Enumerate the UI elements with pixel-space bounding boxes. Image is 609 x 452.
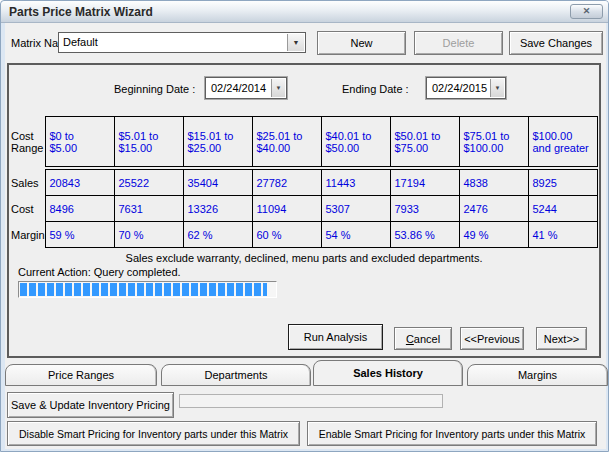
range-header-cell: $25.01 to $40.00 [252, 117, 321, 167]
table-row: Margin 59 % 70 % 62 % 60 % 54 % 53.86 % … [9, 222, 597, 248]
table-row: Cost Range $0 to $5.00 $5.01 to $15.00 $… [9, 117, 597, 167]
margin-cell: 54 % [321, 222, 390, 248]
exclusions-note: Sales exclude warranty, declined, menu p… [9, 252, 599, 264]
sales-history-panel: Beginning Date : 02/24/2014 ▼ Ending Dat… [7, 63, 601, 358]
table-row: Sales 20843 25522 35404 27782 11443 1719… [9, 170, 597, 196]
ending-date-label: Ending Date : [342, 83, 409, 95]
margin-cell: 70 % [114, 222, 183, 248]
ending-date-value: 02/24/2015 [432, 82, 487, 94]
range-header-cell: $75.01 to $100.00 [459, 117, 528, 167]
window-title: Parts Price Matrix Wizard [9, 5, 153, 19]
margin-cell: 60 % [252, 222, 321, 248]
current-action-status: Current Action: Query completed. [18, 266, 181, 278]
row-label-cost-range: Cost Range [9, 117, 45, 167]
margin-cell: 41 % [528, 222, 597, 248]
tab-departments[interactable]: Departments [161, 364, 311, 386]
range-header-cell: $15.01 to $25.00 [183, 117, 252, 167]
range-header-cell: $50.01 to $75.00 [390, 117, 459, 167]
range-header-cell: $5.01 to $15.00 [114, 117, 183, 167]
chevron-down-icon[interactable]: ▼ [490, 79, 504, 97]
beginning-date-label: Beginning Date : [114, 83, 195, 95]
margin-cell: 49 % [459, 222, 528, 248]
table-row: Cost 8496 7631 13326 11094 5307 7933 247… [9, 196, 597, 222]
previous-button[interactable]: <<Previous [460, 327, 524, 350]
cost-cell: 7631 [114, 196, 183, 222]
sales-cell: 11443 [321, 170, 390, 196]
chevron-down-icon[interactable]: ▼ [287, 34, 304, 51]
beginning-date-value: 02/24/2014 [211, 82, 266, 94]
margin-cell: 53.86 % [390, 222, 459, 248]
query-progress-bar [18, 281, 277, 298]
cost-cell: 5307 [321, 196, 390, 222]
run-analysis-button[interactable]: Run Analysis [288, 324, 383, 350]
tab-margins[interactable]: Margins [467, 364, 608, 386]
close-button[interactable]: ✕ [570, 4, 603, 19]
cost-cell: 7933 [390, 196, 459, 222]
save-update-inventory-pricing-button[interactable]: Save & Update Inventory Pricing [7, 392, 174, 418]
cost-cell: 13326 [183, 196, 252, 222]
row-label-sales: Sales [9, 170, 45, 196]
sales-cell: 8925 [528, 170, 597, 196]
row-label-cost: Cost [9, 196, 45, 222]
close-icon: ✕ [583, 6, 591, 16]
dialog-client-area: Matrix Name: Default ▼ New Delete Save C… [5, 23, 606, 449]
cost-range-matrix: Cost Range $0 to $5.00 $5.01 to $15.00 $… [9, 116, 597, 248]
ending-date-picker[interactable]: 02/24/2015 ▼ [426, 77, 506, 99]
save-changes-button[interactable]: Save Changes [509, 31, 603, 55]
chevron-down-icon[interactable]: ▼ [271, 79, 285, 97]
cost-cell: 11094 [252, 196, 321, 222]
beginning-date-picker[interactable]: 02/24/2014 ▼ [205, 77, 287, 99]
cost-cell: 2476 [459, 196, 528, 222]
title-bar: Parts Price Matrix Wizard ✕ [1, 1, 609, 23]
delete-button: Delete [414, 31, 503, 55]
cost-cell: 8496 [45, 196, 114, 222]
sales-cell: 4838 [459, 170, 528, 196]
parts-price-matrix-wizard-window: Parts Price Matrix Wizard ✕ Matrix Name:… [0, 0, 609, 452]
matrix-name-combobox[interactable]: Default ▼ [58, 32, 306, 53]
row-label-margin: Margin [9, 222, 45, 248]
range-header-cell: $100.00 and greater [528, 117, 597, 167]
next-button[interactable]: Next>> [536, 327, 587, 350]
tab-sales-history[interactable]: Sales History [313, 360, 463, 386]
progress-fill [20, 283, 267, 296]
range-header-cell: $40.01 to $50.00 [321, 117, 390, 167]
disable-smart-pricing-button[interactable]: Disable Smart Pricing for Inventory part… [7, 421, 300, 446]
update-progress-bar [179, 394, 443, 408]
sales-cell: 27782 [252, 170, 321, 196]
tab-price-ranges[interactable]: Price Ranges [5, 364, 157, 386]
sales-cell: 25522 [114, 170, 183, 196]
cost-cell: 5244 [528, 196, 597, 222]
matrix-name-value: Default [63, 36, 98, 48]
sales-cell: 35404 [183, 170, 252, 196]
sales-cell: 20843 [45, 170, 114, 196]
new-button[interactable]: New [317, 31, 406, 55]
sales-cell: 17194 [390, 170, 459, 196]
cancel-button[interactable]: Cancel [394, 327, 452, 350]
margin-cell: 59 % [45, 222, 114, 248]
range-header-cell: $0 to $5.00 [45, 117, 114, 167]
enable-smart-pricing-button[interactable]: Enable Smart Pricing for Inventory parts… [307, 421, 597, 446]
margin-cell: 62 % [183, 222, 252, 248]
